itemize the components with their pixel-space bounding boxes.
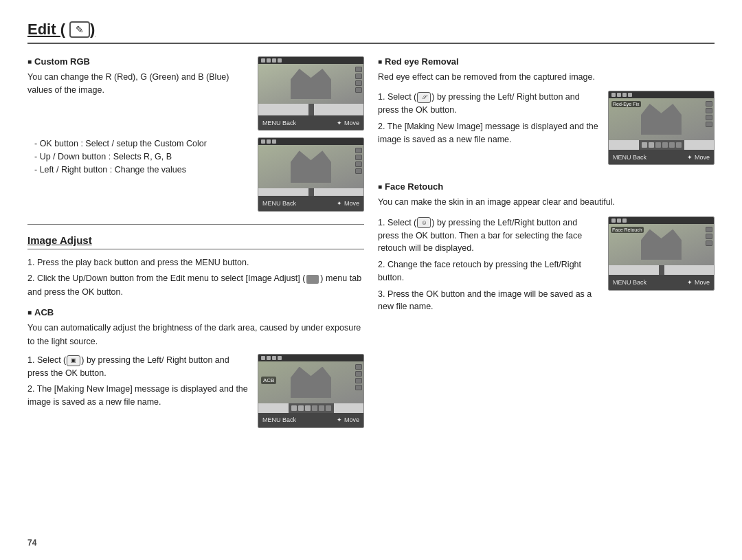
face-retouch-select-icon: ☺ bbox=[417, 217, 431, 228]
red-eye-step-1: 1. Select (𝒮) by pressing the Left/ Righ… bbox=[378, 91, 598, 117]
acb-steps: 1. Select (▣) by pressing the Left/ Righ… bbox=[27, 354, 248, 409]
face-retouch-step-1: 1. Select (☺) by pressing the Left/Right… bbox=[378, 216, 598, 255]
custom-rgb-notes: - OK button : Select / setup the Custom … bbox=[27, 137, 248, 176]
face-retouch-steps: 1. Select (☺) by pressing the Left/Right… bbox=[378, 216, 598, 313]
custom-rgb-text: Custom RGB You can change the R (Red), G… bbox=[27, 56, 248, 98]
red-eye-step-2: 2. The [Making New Image] message is dis… bbox=[378, 120, 598, 146]
face-retouch-image: Face Retouch bbox=[608, 216, 715, 291]
page: Edit ( ✎ ) Custom RGB You can change the… bbox=[0, 0, 742, 560]
section-divider bbox=[27, 224, 364, 225]
image-adjust-section: Image Adjust 1. Press the play back butt… bbox=[27, 234, 364, 428]
custom-rgb-content: Custom RGB You can change the R (Red), G… bbox=[27, 56, 364, 131]
red-eye-select-icon: 𝒮 bbox=[417, 92, 431, 103]
face-retouch-steps-block: 1. Select (☺) by pressing the Left/Right… bbox=[378, 216, 715, 313]
image-adjust-steps: 1. Press the play back button and press … bbox=[27, 256, 364, 299]
custom-rgb-bullet-notes: - OK button : Select / setup the Custom … bbox=[27, 137, 248, 176]
right-column: Red eye Removal Red eye effect can be re… bbox=[378, 56, 715, 534]
red-eye-section: Red eye Removal Red eye effect can be re… bbox=[378, 56, 715, 165]
image-adjust-step-2: 2. Click the Up/Down button from the Edi… bbox=[27, 272, 364, 299]
custom-rgb-image-2: MENU Back ✦ Move bbox=[258, 137, 364, 212]
acb-step-1: 1. Select (▣) by pressing the Left/ Righ… bbox=[27, 354, 248, 380]
acb-section: ACB You can automatically adjust the bri… bbox=[27, 307, 364, 428]
custom-rgb-image-1: MENU Back ✦ Move bbox=[258, 56, 364, 131]
left-column: Custom RGB You can change the R (Red), G… bbox=[27, 56, 364, 534]
acb-image: ACB bbox=[258, 354, 364, 428]
acb-heading: ACB bbox=[27, 307, 364, 317]
red-eye-steps: 1. Select (𝒮) by pressing the Left/ Righ… bbox=[378, 91, 598, 146]
custom-rgb-heading: Custom RGB bbox=[27, 56, 248, 67]
page-title: Edit ( bbox=[27, 21, 65, 38]
acb-description: You can automatically adjust the brightn… bbox=[27, 322, 364, 348]
acb-image-bottom-bar: MENU Back ✦ Move bbox=[258, 413, 363, 427]
face-retouch-step-3: 3. Press the OK button and the image wil… bbox=[378, 288, 598, 314]
face-retouch-section: Face Retouch You can make the skin in an… bbox=[378, 181, 715, 313]
face-retouch-heading: Face Retouch bbox=[378, 181, 715, 192]
menu-tab-icon bbox=[306, 275, 319, 284]
red-eye-image: Red-Eye Fix bbox=[608, 91, 715, 165]
custom-rgb-description: You can change the R (Red), G (Green) an… bbox=[27, 71, 248, 98]
page-title-suffix: ) bbox=[90, 21, 95, 38]
redeye-overlay-label: Red-Eye Fix bbox=[611, 101, 641, 107]
red-eye-steps-block: 1. Select (𝒮) by pressing the Left/ Righ… bbox=[378, 91, 715, 165]
face-retouch-step-2: 2. Change the face retouch by pressing t… bbox=[378, 258, 598, 284]
edit-icon: ✎ bbox=[69, 21, 90, 38]
acb-steps-block: 1. Select (▣) by pressing the Left/ Righ… bbox=[27, 354, 364, 428]
image-adjust-step-1: 1. Press the play back button and press … bbox=[27, 256, 364, 269]
acb-overlay-label: ACB bbox=[261, 377, 276, 384]
page-footer: 74 bbox=[27, 538, 36, 548]
red-eye-image-bottom-bar: MENU Back ✦ Move bbox=[609, 150, 714, 164]
custom-rgb-notes-block: - OK button : Select / setup the Custom … bbox=[27, 137, 364, 212]
image-bottom-bar-2: MENU Back ✦ Move bbox=[258, 196, 363, 211]
acb-step-2: 2. The [Making New Image] message is dis… bbox=[27, 383, 248, 409]
face-retouch-overlay-label: Face Retouch bbox=[611, 227, 644, 233]
page-header: Edit ( ✎ ) bbox=[27, 21, 715, 44]
acb-select-icon: ▣ bbox=[67, 355, 80, 366]
image-bottom-bar: MENU Back ✦ Move bbox=[258, 115, 363, 130]
red-eye-description: Red eye effect can be removed from the c… bbox=[378, 71, 715, 84]
face-retouch-image-bottom-bar: MENU Back ✦ Move bbox=[609, 275, 714, 290]
red-eye-heading: Red eye Removal bbox=[378, 56, 715, 67]
image-adjust-heading: Image Adjust bbox=[27, 234, 364, 249]
content-area: Custom RGB You can change the R (Red), G… bbox=[27, 56, 715, 534]
custom-rgb-section: Custom RGB You can change the R (Red), G… bbox=[27, 56, 364, 212]
page-number: 74 bbox=[27, 538, 36, 548]
face-retouch-description: You can make the skin in an image appear… bbox=[378, 196, 715, 209]
